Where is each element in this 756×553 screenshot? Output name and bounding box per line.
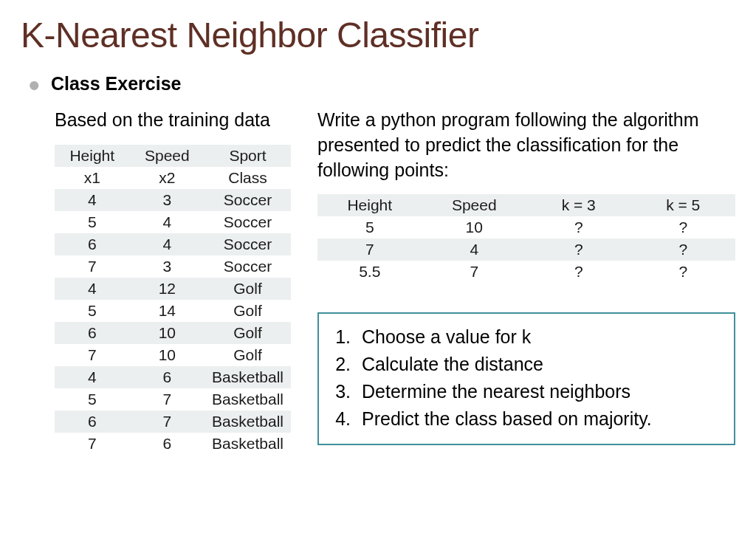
table-row: 76Basketball [55, 433, 291, 455]
col-subheader: x1 [55, 167, 130, 189]
table-row: 610Golf [55, 322, 291, 344]
algorithm-box: Choose a value for k Calculate the dista… [317, 312, 735, 445]
training-table: Height Speed Sport x1 x2 Class 43Soccer … [55, 145, 291, 455]
col-header: Height [317, 194, 422, 216]
col-header: Height [55, 145, 130, 167]
table-row: 57Basketball [55, 388, 291, 411]
col-subheader: x2 [130, 167, 205, 189]
table-row: 46Basketball [55, 366, 291, 388]
task-lead: Write a python program following the alg… [317, 108, 735, 182]
col-subheader: Class [205, 167, 291, 189]
table-row: 74?? [317, 238, 735, 261]
bullet-icon: ● [28, 75, 41, 95]
list-item: Calculate the distance [356, 351, 719, 377]
predict-table: Height Speed k = 3 k = 5 510?? 74?? 5.57… [317, 194, 735, 283]
col-header: k = 5 [631, 194, 736, 216]
algorithm-list: Choose a value for k Calculate the dista… [329, 324, 719, 432]
exercise-heading-text: Class Exercise [51, 73, 182, 95]
training-lead: Based on the training data [55, 108, 291, 133]
list-item: Predict the class based on majority. [356, 406, 719, 432]
table-row: 710Golf [55, 344, 291, 366]
left-column: Based on the training data Height Speed … [55, 108, 291, 455]
exercise-heading: ● Class Exercise [28, 73, 735, 95]
table-row: 5.57?? [317, 261, 735, 283]
slide-title: K-Nearest Neighbor Classifier [21, 15, 735, 55]
list-item: Choose a value for k [356, 324, 719, 350]
table-row: 412Golf [55, 278, 291, 300]
col-header: Speed [422, 194, 527, 216]
table-row: 73Soccer [55, 255, 291, 278]
col-header: Sport [205, 145, 291, 167]
list-item: Determine the nearest neighbors [356, 379, 719, 405]
right-column: Write a python program following the alg… [317, 108, 735, 455]
table-header-row: Height Speed k = 3 k = 5 [317, 194, 735, 216]
table-row: 64Soccer [55, 233, 291, 255]
col-header: Speed [130, 145, 205, 167]
table-subheader-row: x1 x2 Class [55, 167, 291, 189]
table-row: 67Basketball [55, 411, 291, 433]
table-row: 43Soccer [55, 189, 291, 211]
table-row: 514Golf [55, 300, 291, 322]
table-row: 510?? [317, 216, 735, 238]
table-header-row: Height Speed Sport [55, 145, 291, 167]
slide-body: ● Class Exercise Based on the training d… [21, 73, 735, 455]
table-row: 54Soccer [55, 211, 291, 233]
col-header: k = 3 [526, 194, 631, 216]
